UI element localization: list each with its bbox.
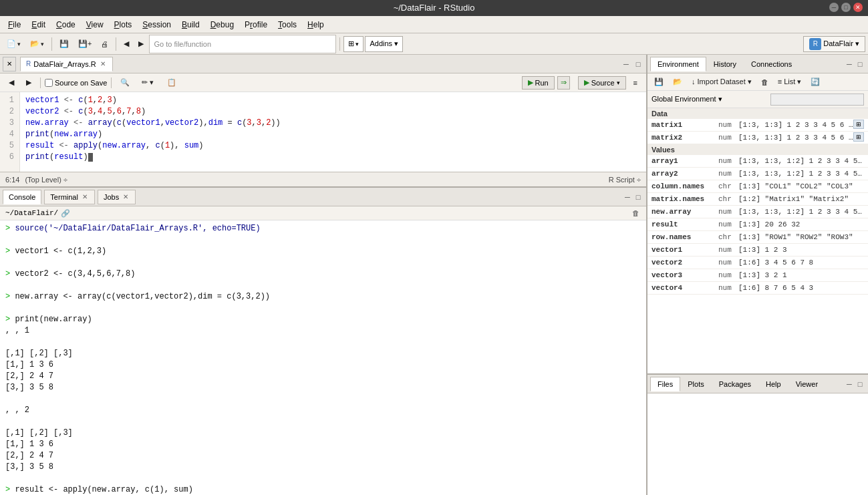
files-minimize-btn[interactable]: ─ bbox=[844, 379, 855, 389]
env-clear-btn[interactable]: 🗑 bbox=[757, 75, 772, 89]
window-controls[interactable]: ─ □ ✕ bbox=[829, 3, 863, 12]
files-tab-plots[interactable]: Plots bbox=[680, 377, 711, 391]
source-on-save-checkbox[interactable] bbox=[45, 79, 53, 87]
env-global-bar: Global Environment ▾ bbox=[647, 91, 868, 108]
env-row-vector4[interactable]: vector4 num [1:6] 8 7 6 5 4 3 bbox=[647, 282, 868, 295]
menu-code[interactable]: Code bbox=[51, 18, 81, 31]
console-output[interactable]: > source('~/DataFlair/DataFlair_Arrays.R… bbox=[0, 220, 646, 495]
back-btn[interactable]: ◀ bbox=[120, 36, 133, 52]
list-icon-btn[interactable]: ≡ bbox=[629, 76, 642, 90]
et-sep1 bbox=[40, 77, 41, 88]
matrix2-view-btn[interactable]: ⊞ bbox=[853, 132, 864, 142]
maximize-btn[interactable]: □ bbox=[841, 3, 851, 12]
env-refresh-btn[interactable]: 🔄 bbox=[807, 75, 824, 89]
menu-debug[interactable]: Debug bbox=[205, 18, 239, 31]
new-file-btn[interactable]: 📄▾ bbox=[3, 36, 25, 52]
editor-maximize-btn[interactable]: □ bbox=[633, 59, 643, 69]
redo-btn[interactable]: ▶ bbox=[21, 76, 36, 90]
compile-btn[interactable]: 📋 bbox=[162, 76, 181, 90]
env-row-array2[interactable]: array2 num [1:3, 1:3, 1:2] 1 2 3 3 4 5 .… bbox=[647, 168, 868, 180]
files-tab-files[interactable]: Files bbox=[650, 377, 680, 391]
matrix1-view-btn[interactable]: ⊞ bbox=[853, 120, 864, 129]
files-tab-help[interactable]: Help bbox=[758, 377, 788, 391]
print-btn[interactable]: 🖨 bbox=[97, 36, 112, 52]
env-list-btn[interactable]: ≡ List ▾ bbox=[774, 75, 806, 89]
menu-bar: File Edit Code View Plots Session Build … bbox=[0, 16, 868, 33]
env-row-newarray[interactable]: new.array num [1:3, 1:3, 1:2] 1 2 3 3 4 … bbox=[647, 206, 868, 218]
terminal-tab[interactable]: Terminal ✕ bbox=[44, 190, 95, 204]
console-blank-3 bbox=[5, 280, 641, 291]
jobs-tab-close[interactable]: ✕ bbox=[122, 193, 130, 201]
editor-tab-close-all[interactable]: ✕ bbox=[3, 57, 16, 71]
env-row-matrix1[interactable]: matrix1 num [1:3, 1:3] 1 2 3 3 4 5 6 ...… bbox=[647, 119, 868, 132]
env-minimize-btn[interactable]: ─ bbox=[844, 59, 855, 69]
clear-console-btn[interactable]: 🗑 bbox=[630, 208, 641, 218]
env-tab-history[interactable]: History bbox=[706, 57, 744, 71]
menu-edit[interactable]: Edit bbox=[26, 18, 51, 31]
main-toolbar: 📄▾ 📂▾ 💾 💾+ 🖨 ◀ ▶ Go to file/function ⊞▾ … bbox=[0, 33, 868, 55]
editor-tab-close[interactable]: ✕ bbox=[99, 60, 107, 68]
editor-minimize-btn[interactable]: ─ bbox=[621, 59, 631, 69]
menu-session[interactable]: Session bbox=[137, 18, 176, 31]
env-row-vector1[interactable]: vector1 num [1:3] 1 2 3 bbox=[647, 244, 868, 257]
env-row-matrix2[interactable]: matrix2 num [1:3, 1:3] 1 2 3 3 4 5 6 ...… bbox=[647, 132, 868, 144]
files-tab-packages[interactable]: Packages bbox=[712, 377, 758, 391]
save-btn[interactable]: 💾 bbox=[55, 36, 73, 52]
save-all-btn[interactable]: 💾+ bbox=[74, 36, 96, 52]
code-editor[interactable]: 1 2 3 4 5 6 vector1 <- c(1,2,3) vector2 … bbox=[0, 92, 646, 172]
menu-help[interactable]: Help bbox=[302, 18, 329, 31]
env-maximize-btn[interactable]: □ bbox=[855, 59, 865, 69]
minimize-btn[interactable]: ─ bbox=[829, 3, 839, 12]
editor-tab-main[interactable]: R DataFlair_Arrays.R ✕ bbox=[20, 57, 113, 71]
code-content[interactable]: vector1 <- c(1,2,3) vector2 <- c(3,4,5,6… bbox=[20, 92, 646, 172]
env-tab-connections[interactable]: Connections bbox=[744, 57, 799, 71]
search-btn[interactable]: 🔍 bbox=[116, 76, 134, 90]
menu-build[interactable]: Build bbox=[176, 18, 205, 31]
env-open-btn[interactable]: 📂 bbox=[669, 75, 686, 89]
undo-btn[interactable]: ◀ bbox=[4, 76, 19, 90]
env-row-rownames[interactable]: row.names chr [1:3] "ROW1" "ROW2" "ROW3" bbox=[647, 231, 868, 244]
run-btn[interactable]: ▶ Run bbox=[522, 76, 555, 90]
editor-tab-label: DataFlair_Arrays.R bbox=[33, 60, 96, 68]
terminal-tab-close[interactable]: ✕ bbox=[81, 193, 89, 201]
console-minimize-btn[interactable]: ─ bbox=[622, 192, 633, 202]
menu-file[interactable]: File bbox=[3, 18, 26, 31]
menu-plots[interactable]: Plots bbox=[109, 18, 138, 31]
env-import-btn[interactable]: ↓ Import Dataset ▾ bbox=[688, 75, 756, 89]
source-on-save-label[interactable]: Source on Save bbox=[45, 79, 107, 87]
global-env-dropdown[interactable]: Global Environment ▾ bbox=[652, 95, 722, 104]
env-row-vector3[interactable]: vector3 num [1:3] 3 2 1 bbox=[647, 269, 868, 282]
console-tab[interactable]: Console bbox=[3, 190, 41, 204]
tab-r-icon: R bbox=[26, 60, 31, 67]
menu-profile[interactable]: Profile bbox=[239, 18, 273, 31]
env-save-btn[interactable]: 💾 bbox=[650, 75, 668, 89]
files-maximize-btn[interactable]: □ bbox=[855, 379, 865, 389]
console-blank-8 bbox=[5, 473, 641, 484]
source-btn[interactable]: ▶ Source ▾ bbox=[578, 76, 626, 90]
env-row-result[interactable]: result num [1:3] 20 26 32 bbox=[647, 218, 868, 231]
layout-icon: ⊞ bbox=[348, 39, 354, 48]
addins-btn[interactable]: Addins ▾ bbox=[365, 36, 403, 52]
console-out-header1: [,1] [,2] [,3] bbox=[5, 348, 641, 359]
close-btn[interactable]: ✕ bbox=[853, 3, 863, 12]
run-next-btn[interactable]: ⇒ bbox=[557, 76, 570, 90]
files-tab-viewer[interactable]: Viewer bbox=[788, 377, 825, 391]
source-label: Source bbox=[591, 79, 615, 87]
menu-tools[interactable]: Tools bbox=[273, 18, 302, 31]
jobs-tab[interactable]: Jobs ✕ bbox=[98, 190, 136, 204]
workspace-btn[interactable]: R DataFlair ▾ bbox=[803, 36, 865, 52]
menu-view[interactable]: View bbox=[81, 18, 109, 31]
console-maximize-btn[interactable]: □ bbox=[633, 192, 643, 202]
env-row-colnames[interactable]: column.names chr [1:3] "COL1" "COL2" "CO… bbox=[647, 180, 868, 193]
env-row-vector2[interactable]: vector2 num [1:6] 3 4 5 6 7 8 bbox=[647, 257, 868, 269]
console-out-r22: [2,] 2 4 7 bbox=[5, 450, 641, 462]
open-file-btn[interactable]: 📂▾ bbox=[26, 36, 48, 52]
env-row-array1[interactable]: array1 num [1:3, 1:3, 1:2] 1 2 3 3 4 5 .… bbox=[647, 155, 868, 168]
env-search-input[interactable] bbox=[770, 94, 864, 106]
env-row-matnames[interactable]: matrix.names chr [1:2] "Matrix1" "Matrix… bbox=[647, 193, 868, 206]
goto-file-nav[interactable]: Go to file/function bbox=[149, 35, 336, 53]
code-tools-btn[interactable]: ✏ ▾ bbox=[137, 76, 158, 90]
forward-btn[interactable]: ▶ bbox=[134, 36, 148, 52]
layout-btn[interactable]: ⊞▾ bbox=[343, 36, 364, 52]
env-tab-environment[interactable]: Environment bbox=[650, 57, 706, 71]
